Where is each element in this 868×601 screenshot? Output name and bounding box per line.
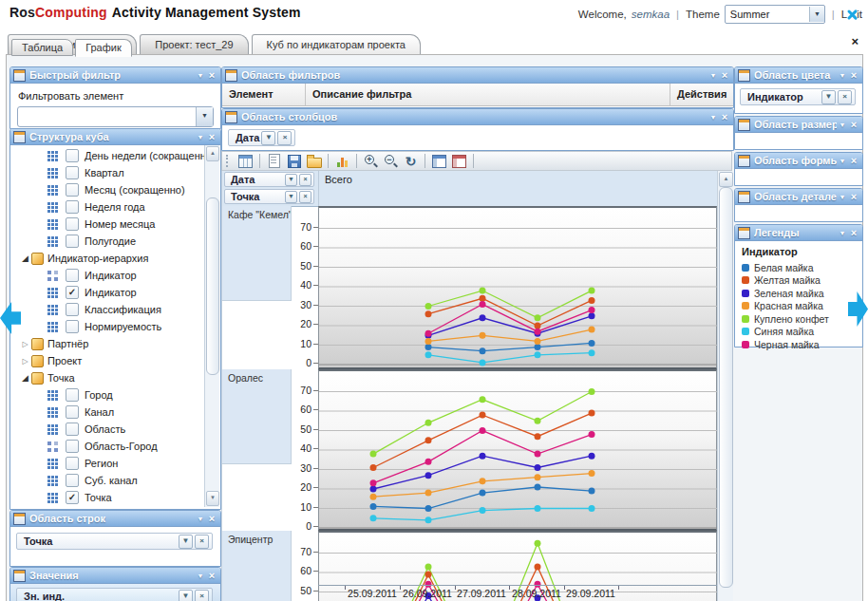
panel-close-button[interactable]: × (206, 513, 217, 524)
remove-icon[interactable]: × (195, 535, 209, 549)
scroll-up-icon[interactable]: ▲ (206, 146, 219, 161)
chart-scrollbar[interactable]: ▲ (717, 171, 733, 601)
checkbox[interactable] (66, 235, 79, 248)
remove-icon[interactable]: × (277, 131, 292, 145)
tree-item[interactable]: Канал (11, 404, 204, 421)
checkbox[interactable] (66, 149, 79, 162)
checkbox[interactable] (66, 269, 79, 282)
zoom-out-icon[interactable] (382, 153, 400, 169)
panel-collapse-button[interactable]: ▼ (195, 516, 206, 522)
filter-icon[interactable]: ▼ (179, 535, 193, 549)
row-label[interactable]: Эпицентр (222, 531, 292, 601)
collapse-node-icon[interactable]: ◢ (19, 254, 31, 263)
tree-item[interactable]: Индикатор (11, 267, 204, 284)
remove-icon[interactable]: × (299, 174, 311, 186)
filter-icon[interactable]: ▼ (821, 90, 836, 104)
tree-item[interactable]: Полугодие (11, 233, 204, 250)
checkbox[interactable] (66, 457, 79, 470)
tree-item[interactable]: ▷Партнёр (11, 335, 204, 352)
checkbox[interactable] (66, 217, 79, 231)
tab-close-button[interactable]: × (851, 36, 859, 47)
checkbox[interactable] (66, 423, 79, 436)
filter-icon[interactable]: ▼ (285, 191, 297, 203)
row-label[interactable]: Кафе "Кемел" (222, 206, 292, 301)
tree-item[interactable]: ◢Индикатор-иерархия (11, 250, 204, 267)
checkbox[interactable] (66, 440, 79, 453)
scroll-down-icon[interactable]: ▼ (206, 491, 219, 506)
checkbox[interactable] (66, 320, 79, 333)
checkbox[interactable] (66, 388, 79, 402)
checkbox[interactable] (66, 303, 79, 316)
view-tab-2[interactable]: График (75, 39, 132, 57)
tree-item[interactable]: ◢Точка (11, 369, 204, 386)
save-icon[interactable] (285, 153, 303, 169)
quick-filter-combobox[interactable]: ▼ (17, 106, 214, 127)
toolbar-grip[interactable] (226, 155, 231, 167)
panel-collapse-button[interactable]: ▼ (837, 158, 848, 164)
tree-item[interactable]: Суб. канал (11, 472, 204, 489)
panel-close-button[interactable]: × (848, 155, 859, 166)
tree-item[interactable]: ▷Проект (11, 352, 204, 369)
scrollbar-thumb[interactable] (206, 197, 219, 375)
checkbox[interactable] (66, 405, 79, 419)
view-tab-1[interactable]: Таблица (11, 39, 73, 56)
remove-icon[interactable]: × (195, 590, 209, 601)
panel-close-button[interactable]: × (848, 69, 859, 81)
tree-scrollbar[interactable]: ▲ ▼ (204, 145, 219, 507)
tree-item[interactable]: Область-Город (11, 438, 204, 455)
logout-link[interactable]: Lit (841, 9, 862, 20)
scrollbar-thumb[interactable] (719, 187, 733, 588)
filter-icon[interactable]: ▼ (179, 590, 193, 601)
checkbox[interactable]: ✓ (66, 286, 79, 299)
panel-close-button[interactable]: × (206, 131, 217, 142)
zoom-in-icon[interactable] (362, 153, 380, 169)
table-red-icon[interactable] (450, 153, 468, 169)
panel-close-button[interactable]: × (206, 570, 217, 581)
tree-item[interactable]: Нормируемость (11, 318, 204, 335)
bars-icon[interactable] (333, 153, 351, 169)
tab-3[interactable]: Куб по индикаторам проекта (252, 34, 421, 54)
panel-collapse-button[interactable]: ▼ (195, 72, 206, 79)
username-link[interactable]: semkaa (632, 9, 670, 20)
tree-item[interactable]: Номер месяца (11, 216, 204, 233)
rotate-icon[interactable] (402, 153, 420, 169)
color-dimension-chip[interactable]: Индикатор ▼ × (740, 88, 856, 105)
panel-close-button[interactable]: × (848, 227, 859, 238)
tab-2[interactable]: Проект: тест_29 (140, 34, 248, 54)
panel-close-button[interactable]: × (848, 191, 859, 202)
row-label[interactable]: Оралес (222, 369, 292, 464)
panel-collapse-button[interactable]: ▼ (837, 230, 848, 236)
remove-icon[interactable]: × (838, 90, 852, 104)
panel-close-button[interactable]: × (719, 69, 730, 81)
checkbox[interactable] (66, 166, 79, 179)
tree-item[interactable]: Классификация (11, 301, 204, 318)
tree-item[interactable]: Месяц (сокращенно) (11, 181, 204, 198)
filter-icon[interactable]: ▼ (261, 131, 275, 145)
checkbox[interactable] (66, 200, 79, 214)
panel-close-button[interactable]: × (206, 69, 217, 81)
tree-item[interactable]: ✓Точка (11, 489, 204, 506)
panel-close-button[interactable]: × (848, 119, 859, 130)
column-dimension-chip[interactable]: Дата ▼ × (224, 172, 314, 187)
collapse-node-icon[interactable]: ◢ (19, 373, 31, 383)
panel-collapse-button[interactable]: ▼ (195, 134, 206, 141)
panel-collapse-button[interactable]: ▼ (708, 72, 719, 79)
pivot-icon[interactable] (236, 153, 255, 169)
column-dimension-chip[interactable]: Дата ▼ × (228, 129, 295, 146)
panel-collapse-button[interactable]: ▼ (837, 72, 848, 79)
rows-dimension-chip[interactable]: Точка ▼ × (16, 533, 213, 550)
checkbox[interactable] (66, 474, 79, 487)
page-icon[interactable] (265, 153, 283, 169)
tree-item[interactable]: Квартал (11, 164, 204, 181)
remove-icon[interactable]: × (299, 191, 311, 203)
tree-item[interactable]: День недели (сокращенно) (11, 147, 204, 164)
row-dimension-chip[interactable]: Точка ▼ × (224, 189, 314, 204)
tree-item[interactable]: Регион (11, 455, 204, 472)
chevron-down-icon[interactable]: ▼ (196, 107, 213, 126)
value-chip[interactable]: Зн. инд. ▼ × (16, 588, 213, 601)
panel-collapse-button[interactable]: ▼ (195, 573, 206, 579)
expand-node-icon[interactable]: ▷ (19, 357, 31, 366)
panel-close-button[interactable]: × (719, 111, 730, 122)
panel-collapse-button[interactable]: ▼ (837, 122, 848, 128)
expand-node-icon[interactable]: ▷ (19, 340, 31, 348)
